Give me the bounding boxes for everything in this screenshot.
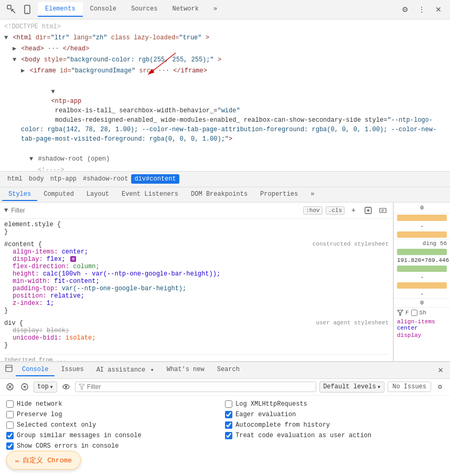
tab-panel-more[interactable]: » <box>304 188 320 201</box>
right-filter-icon <box>397 310 403 316</box>
svg-marker-13 <box>79 384 84 389</box>
option-eager-eval: Eager evaluation <box>225 409 444 420</box>
tab-event-listeners[interactable]: Event Listeners <box>115 188 185 201</box>
stop-recording-icon[interactable] <box>19 381 30 393</box>
right-filter-f[interactable]: F <box>405 310 409 316</box>
tab-computed[interactable]: Computed <box>37 188 80 201</box>
inherited-label: Inherited from ... <box>4 354 389 361</box>
tab-dom-breakpoints[interactable]: DOM Breakpoints <box>185 188 254 201</box>
close-devtools-icon[interactable]: ✕ <box>431 2 446 17</box>
default-levels-selector[interactable]: Default levels ▾ <box>319 382 384 393</box>
box-val-dash3: - <box>394 290 450 298</box>
console-close-icon[interactable]: ✕ <box>433 363 448 377</box>
svg-rect-8 <box>6 365 12 372</box>
console-filter-input[interactable] <box>87 383 313 390</box>
breadcrumb-shadow-root[interactable]: #shadow-root <box>80 174 131 184</box>
right-filter-row: F Sh <box>394 307 450 318</box>
flex-badge-inline: ⊞ <box>70 256 76 262</box>
styles-main: ▼ :hov .cls + element.style { } <box>0 203 393 361</box>
option-hide-network: Hide network <box>6 399 225 409</box>
dom-line[interactable]: ▼ <html dir="ltr" lang="zh" class lazy-l… <box>0 33 450 44</box>
console-tabs-bar: Console Issues AI assistance ✦ What's ne… <box>0 362 450 379</box>
device-toggle-icon[interactable] <box>21 2 36 17</box>
dom-line[interactable]: ▼ <body style="background-color: rgb(255… <box>0 55 450 66</box>
tab-console[interactable]: Console <box>83 2 124 17</box>
styles-filter-input[interactable] <box>11 207 300 214</box>
breadcrumb-ntp-app[interactable]: ntp-app <box>47 174 80 184</box>
box-val-56: ding 56 <box>394 239 450 248</box>
tab-sources[interactable]: Sources <box>124 2 165 17</box>
tab-styles[interactable]: Styles <box>2 188 37 201</box>
tab-network[interactable]: Network <box>165 2 206 17</box>
option-group-similar: Group similar messages in console <box>6 430 225 441</box>
dom-line[interactable]: ▶ <head> ··· </head> <box>0 44 450 55</box>
tab-search[interactable]: Search <box>211 364 246 376</box>
eye-icon[interactable] <box>60 381 72 393</box>
tab-more[interactable]: » <box>206 2 224 17</box>
console-toolbar-icon-expand[interactable] <box>2 363 16 377</box>
console-gear-icon[interactable]: ⚙ <box>434 381 446 393</box>
options-col-right: Log XMLHttpRequests Eager evaluation Aut… <box>225 399 444 451</box>
show-cors-checkbox[interactable] <box>6 442 14 450</box>
selected-context-checkbox[interactable] <box>6 421 14 429</box>
clear-console-icon[interactable] <box>4 381 16 393</box>
settings-icon[interactable]: ⚙ <box>398 2 412 17</box>
custom-chrome-button[interactable]: ✏ 自定义 Chrome <box>6 451 81 470</box>
console-filter-area[interactable] <box>75 382 316 392</box>
option-autocomplete: Autocomplete from history <box>225 420 444 430</box>
breadcrumb-div-content[interactable]: div#content <box>131 174 179 184</box>
tab-ai-assistance[interactable]: AI assistance ✦ <box>90 364 160 377</box>
box-swatch-yellow2 <box>397 231 447 238</box>
css-rule-div: div { user agent stylesheet display: blo… <box>4 320 389 349</box>
svg-marker-7 <box>398 310 403 315</box>
option-selected-context: Selected context only <box>6 420 225 430</box>
tab-issues[interactable]: Issues <box>55 364 90 376</box>
hov-filter-btn[interactable]: :hov <box>303 206 322 215</box>
preserve-log-checkbox[interactable] <box>6 411 14 418</box>
filter-icon: ▼ <box>4 207 8 214</box>
right-filter-checkbox[interactable] <box>411 310 417 316</box>
log-xmlhttp-checkbox[interactable] <box>225 400 232 408</box>
dom-line[interactable]: <!DOCTYPE html> <box>0 22 450 33</box>
box-val-0: 0 <box>397 205 447 211</box>
tab-whats-new[interactable]: What's new <box>160 364 211 376</box>
breadcrumb-html[interactable]: html <box>4 174 26 184</box>
dom-line[interactable]: <!----> <box>0 165 450 172</box>
box-swatch-yellow3 <box>397 282 447 289</box>
treat-code-checkbox[interactable] <box>225 432 232 439</box>
group-similar-checkbox[interactable] <box>6 432 14 439</box>
css-prop-z-index: z-index: 1; <box>4 300 389 307</box>
option-treat-code: Treat code evaluation as user action <box>225 430 444 441</box>
dom-line[interactable]: ▼ #shadow-root (open) <box>0 154 450 165</box>
autocomplete-checkbox[interactable] <box>225 421 232 429</box>
autocomplete-label: Autocomplete from history <box>235 421 330 429</box>
tab-console-main[interactable]: Console <box>16 364 55 376</box>
add-style-rule-icon[interactable]: + <box>348 205 359 216</box>
inspect-element-icon[interactable] <box>4 2 19 17</box>
tab-elements[interactable]: Elements <box>38 2 83 17</box>
group-similar-label: Group similar messages in console <box>17 432 142 439</box>
tab-properties[interactable]: Properties <box>254 188 304 201</box>
custom-chrome-label: 自定义 Chrome <box>23 456 72 465</box>
toolbar-right: ⚙ ⋮ ✕ <box>398 2 446 17</box>
inspect-computed-icon[interactable] <box>377 205 389 216</box>
show-cors-label: Show CORS errors in console <box>17 442 119 450</box>
tab-layout[interactable]: Layout <box>80 188 115 201</box>
option-preserve-log: Preserve log <box>6 409 225 420</box>
css-prop-display-ua: display: block; <box>4 327 389 334</box>
right-align-items-name: align-items <box>397 319 435 325</box>
cls-filter-btn[interactable]: .cls <box>326 206 345 215</box>
breadcrumb-body[interactable]: body <box>26 174 47 184</box>
eager-eval-checkbox[interactable] <box>225 411 232 418</box>
css-prop-flex-direction: flex-direction: column; <box>4 263 389 270</box>
eager-eval-label: Eager evaluation <box>235 411 296 418</box>
more-options-icon[interactable]: ⋮ <box>414 2 429 17</box>
treat-code-label: Treat code evaluation as user action <box>235 432 371 439</box>
css-prop-padding-top: padding-top: var(--ntp-one-google-bar-he… <box>4 285 389 292</box>
hide-network-checkbox[interactable] <box>6 400 14 408</box>
styles-panel: ▼ :hov .cls + element.style { } <box>0 203 450 361</box>
new-style-rule-icon[interactable] <box>362 205 374 216</box>
dom-line[interactable]: ▶ <iframe id="backgroundImage" src= ··· … <box>0 66 450 77</box>
dom-line[interactable]: ▼ <ntp-app realbox-is-tall_ searchbox-wi… <box>0 77 450 154</box>
context-selector[interactable]: top ▾ <box>34 382 57 393</box>
